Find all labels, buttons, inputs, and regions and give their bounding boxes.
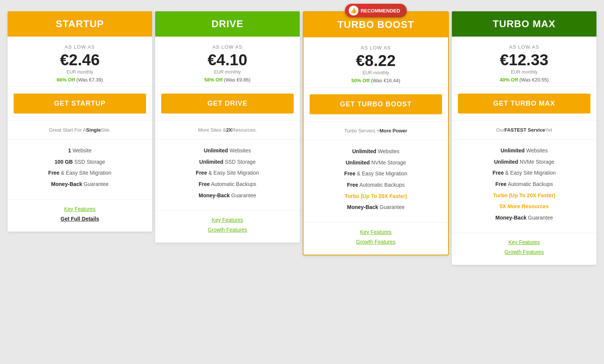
feature-item: Unlimited NVMe Storage [310, 159, 442, 167]
plans-container: STARTUP AS LOW AS €2.46 EUR monthly 66% … [8, 8, 596, 265]
feature-bold: Unlimited [501, 147, 525, 154]
plan-card-turbo-boost: 👍 RECOMMENDED TURBO BOOST AS LOW AS €8.2… [303, 11, 449, 255]
plan-header-startup: STARTUP [8, 11, 152, 37]
price-period: EUR monthly [159, 69, 296, 75]
feature-bold: Unlimited [346, 160, 370, 166]
discount-pct: 50% Off [351, 78, 370, 83]
cta-section-drive: GET DRIVE [155, 87, 300, 121]
as-low-as-label: AS LOW AS [307, 45, 444, 51]
price-period: EUR monthly [307, 70, 444, 75]
feature-text: & Easy Site Migration [59, 170, 111, 176]
plan-price: €4.10 [159, 51, 296, 69]
feature-highlight: 5X More Resources [500, 203, 549, 209]
feature-item: Money-Back Guarantee [14, 181, 146, 188]
discount-info: 58% Off (Was €9.86) [159, 77, 296, 83]
feature-item: Free & Easy Site Migration [310, 170, 442, 178]
plan-price: €8.22 [307, 52, 444, 69]
plan-price: €2.46 [11, 51, 148, 69]
feature-bold: Unlimited [494, 159, 518, 165]
feature-item: Free & Easy Site Migration [161, 169, 294, 177]
plan-tagline-startup: Great Start For A Single Site. [8, 121, 152, 140]
plan-tagline-drive: More Sites & 2X Resources. [155, 121, 300, 140]
plan-tagline-turbo-boost: Turbo Servers + More Power [304, 121, 448, 140]
discount-pct: 58% Off [204, 77, 222, 83]
feature-bold: Free [347, 182, 358, 188]
plan-links-startup: Key FeaturesGet Full Details [8, 200, 152, 232]
feature-text: & Easy Site Migration [504, 170, 556, 176]
feature-bold: Unlimited [352, 148, 376, 154]
plan-link-growth-features[interactable]: Growth Features [159, 227, 296, 233]
cta-button-drive[interactable]: GET DRIVE [161, 94, 294, 114]
plan-links-turbo-boost: Key FeaturesGrowth Features [304, 223, 448, 255]
thumbs-up-icon: 👍 [348, 6, 358, 15]
feature-bold: Free [48, 170, 60, 176]
plan-name-turbo-boost: TURBO BOOST [337, 19, 414, 30]
feature-text: Guarantee [82, 181, 109, 187]
feature-item: 1 Website [14, 147, 146, 155]
feature-bold: Free [493, 170, 504, 176]
feature-text: NVMe Storage [370, 160, 406, 166]
feature-item: Unlimited Websites [161, 147, 294, 155]
feature-bold: Free [495, 181, 507, 187]
cta-button-startup[interactable]: GET STARTUP [14, 94, 146, 114]
price-period: EUR monthly [456, 69, 593, 75]
plan-card-startup: STARTUP AS LOW AS €2.46 EUR monthly 66% … [8, 11, 152, 232]
plan-link-key-features[interactable]: Key Features [456, 239, 593, 245]
cta-button-turbo-max[interactable]: GET TURBO MAX [458, 94, 590, 114]
feature-item: Free & Easy Site Migration [458, 169, 590, 177]
feature-text: Automatic Backups [210, 181, 256, 187]
feature-bold: Money-Back [199, 192, 230, 198]
as-low-as-label: AS LOW AS [11, 44, 148, 50]
plan-card-turbo-max: TURBO MAX AS LOW AS €12.33 EUR monthly 4… [452, 11, 596, 265]
feature-text: Website [71, 147, 91, 154]
plan-link-key-features[interactable]: Key Features [307, 229, 444, 235]
plan-link-growth-features[interactable]: Growth Features [307, 239, 444, 245]
plan-pricing-drive: AS LOW AS €4.10 EUR monthly 58% Off (Was… [155, 37, 300, 87]
discount-info: 50% Off (Was €16.44) [307, 78, 444, 83]
feature-text: Guarantee [230, 192, 256, 198]
feature-bold: Free [344, 170, 356, 177]
plan-link-growth-features[interactable]: Growth Features [456, 249, 593, 255]
discount-pct: 40% Off [500, 77, 518, 83]
feature-bold: Free [199, 181, 210, 187]
plan-links-drive: Key FeaturesGrowth Features [155, 211, 300, 243]
feature-item: Unlimited Websites [458, 147, 590, 155]
feature-bold: Money-Back [347, 204, 378, 210]
feature-text: & Easy Site Migration [207, 170, 259, 176]
plan-name-turbo-max: TURBO MAX [493, 18, 555, 29]
as-low-as-label: AS LOW AS [159, 44, 296, 50]
discount-pct: 66% Off [57, 77, 75, 83]
feature-text: & Easy Site Migration [355, 170, 407, 177]
feature-bold: Unlimited [204, 147, 228, 154]
recommended-text: RECOMMENDED [361, 8, 400, 14]
feature-text: Websites [525, 147, 548, 154]
plan-features-startup: 1 Website100 GB SSD StorageFree & Easy S… [8, 140, 152, 200]
cta-button-turbo-boost[interactable]: GET TURBO BOOST [310, 94, 442, 114]
discount-was: (Was €9.86) [224, 77, 250, 83]
feature-text: SSD Storage [223, 159, 256, 165]
plan-link-get-full-details[interactable]: Get Full Details [11, 216, 148, 222]
feature-bold: Unlimited [199, 159, 223, 165]
plan-link-key-features[interactable]: Key Features [11, 206, 148, 212]
feature-bold: Money-Back [51, 181, 82, 187]
feature-item: Free Automatic Backups [310, 181, 442, 189]
plan-card-drive: DRIVE AS LOW AS €4.10 EUR monthly 58% Of… [155, 11, 300, 243]
feature-item: 100 GB SSD Storage [14, 158, 146, 166]
plan-links-turbo-max: Key FeaturesGrowth Features [452, 233, 596, 265]
plan-link-key-features[interactable]: Key Features [159, 217, 296, 223]
feature-item: Turbo (Up To 20X Faster) [458, 192, 590, 200]
feature-item: Money-Back Guarantee [161, 192, 294, 200]
feature-text: Automatic Backups [358, 182, 405, 188]
feature-item: 5X More Resources [458, 203, 590, 210]
feature-highlight: Turbo (Up To 20X Faster) [345, 193, 407, 199]
discount-info: 66% Off (Was €7.39) [11, 77, 148, 83]
feature-item: Money-Back Guarantee [310, 204, 442, 211]
plan-header-drive: DRIVE [155, 11, 300, 37]
plan-name-drive: DRIVE [211, 18, 243, 29]
feature-bold: 100 GB [55, 159, 73, 165]
feature-item: Money-Back Guarantee [458, 214, 590, 222]
cta-section-turbo-max: GET TURBO MAX [452, 87, 596, 121]
as-low-as-label: AS LOW AS [456, 44, 593, 50]
feature-item: Unlimited SSD Storage [161, 158, 294, 166]
recommended-badge: 👍 RECOMMENDED [345, 4, 407, 17]
